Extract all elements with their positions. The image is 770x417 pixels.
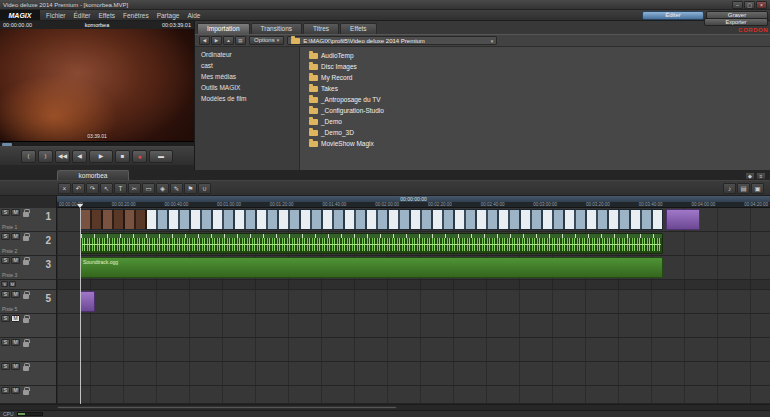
solo-button[interactable]: S bbox=[1, 209, 10, 216]
options-button[interactable]: Options ▾ bbox=[249, 36, 284, 45]
tab-effets[interactable]: Effets bbox=[340, 23, 377, 34]
menu-item-partage[interactable]: Partage bbox=[157, 12, 180, 19]
sidebar-item-mes-medias[interactable]: Mes médias bbox=[195, 71, 299, 82]
menu-item-effets[interactable]: Effets bbox=[99, 12, 116, 19]
lock-icon[interactable] bbox=[23, 294, 29, 299]
track-lane[interactable] bbox=[57, 208, 770, 232]
folder-item[interactable]: AudioTemp bbox=[309, 50, 770, 61]
play-button[interactable]: ▶ bbox=[89, 150, 113, 163]
music-clip[interactable]: Soundtrack.ogg bbox=[80, 257, 663, 278]
mute-button[interactable]: M bbox=[11, 387, 20, 394]
lock-icon[interactable] bbox=[23, 366, 29, 371]
folder-item[interactable]: _Configuration-Studio bbox=[309, 105, 770, 116]
close-button[interactable]: × bbox=[756, 1, 767, 9]
maximize-button[interactable]: ▢ bbox=[744, 1, 755, 9]
title-clip[interactable] bbox=[666, 209, 700, 230]
jump-start-button[interactable]: ◀◀ bbox=[55, 150, 70, 163]
mute-button[interactable]: M bbox=[11, 233, 20, 240]
delete-icon[interactable]: × bbox=[58, 183, 71, 194]
mute-button[interactable]: M bbox=[11, 315, 20, 322]
export-button[interactable]: Exporter bbox=[704, 18, 768, 26]
sidebar-item-cast[interactable]: cast bbox=[195, 60, 299, 71]
folder-item[interactable]: _Demo_3D bbox=[309, 127, 770, 138]
lock-icon[interactable] bbox=[23, 390, 29, 395]
sidebar-item-outils-magix[interactable]: Outils MAGIX bbox=[195, 82, 299, 93]
seek-bar[interactable] bbox=[0, 141, 194, 147]
lock-icon[interactable] bbox=[23, 342, 29, 347]
mute-button[interactable]: M bbox=[11, 291, 20, 298]
menu-item-fenetres[interactable]: Fenêtres bbox=[123, 12, 149, 19]
track-lane[interactable] bbox=[57, 338, 770, 362]
timeline-ruler[interactable]: 00:00:00:00 00:00:00:0000:00:20:0000:00:… bbox=[0, 196, 770, 208]
solo-button[interactable]: S bbox=[1, 363, 10, 370]
tab-titres[interactable]: Titres bbox=[303, 23, 339, 34]
audio-mixer-icon[interactable]: ♪ bbox=[723, 183, 736, 194]
marker-icon[interactable]: ⚑ bbox=[184, 183, 197, 194]
film-icon[interactable]: ▤ bbox=[737, 183, 750, 194]
range-out-button[interactable]: ) bbox=[38, 150, 53, 163]
solo-button[interactable]: S bbox=[1, 257, 10, 264]
edit-mode-button[interactable]: Éditer bbox=[642, 11, 704, 20]
mute-button[interactable]: M bbox=[11, 339, 20, 346]
track-lane[interactable] bbox=[57, 290, 770, 314]
object-icon[interactable]: ▭ bbox=[142, 183, 155, 194]
folder-item[interactable]: Takes bbox=[309, 83, 770, 94]
mute-button[interactable]: M bbox=[11, 257, 20, 264]
video-monitor[interactable]: 03:39.01 bbox=[0, 29, 194, 141]
mute-button[interactable]: M bbox=[11, 209, 20, 216]
text-tool-icon[interactable]: T bbox=[114, 183, 127, 194]
playhead-line[interactable] bbox=[80, 208, 81, 404]
lock-icon[interactable] bbox=[23, 318, 29, 323]
visible-range-bar[interactable]: 00:00:00:00 bbox=[57, 196, 770, 202]
forward-icon[interactable]: ▶ bbox=[211, 36, 222, 45]
minimize-button[interactable]: – bbox=[732, 1, 743, 9]
seek-thumb[interactable] bbox=[2, 143, 12, 146]
lock-icon[interactable] bbox=[23, 212, 29, 217]
range-in-button[interactable]: ( bbox=[21, 150, 36, 163]
solo-button[interactable]: S bbox=[1, 281, 8, 287]
track-lane[interactable] bbox=[57, 232, 770, 256]
menu-item-fichier[interactable]: Fichier bbox=[46, 12, 66, 19]
magnet-icon[interactable]: ∪ bbox=[198, 183, 211, 194]
solo-button[interactable]: S bbox=[1, 233, 10, 240]
lock-icon[interactable] bbox=[23, 236, 29, 241]
path-dropdown[interactable]: E:\MAGIX\profil5\Video deluxe 2014 Premi… bbox=[287, 36, 497, 45]
record-button[interactable]: ● bbox=[132, 150, 147, 163]
solo-button[interactable]: S bbox=[1, 339, 10, 346]
split-icon[interactable]: ✂ bbox=[128, 183, 141, 194]
redo-icon[interactable]: ↷ bbox=[86, 183, 99, 194]
folder-item[interactable]: My Record bbox=[309, 72, 770, 83]
timeline-menu-icon[interactable]: ≡ bbox=[756, 172, 766, 180]
ruler-body[interactable]: 00:00:00:00 00:00:00:0000:00:20:0000:00:… bbox=[57, 196, 770, 208]
project-tab[interactable]: komorbea bbox=[57, 170, 129, 180]
frame-back-button[interactable]: ◀ bbox=[72, 150, 87, 163]
group-icon[interactable]: ◈ bbox=[156, 183, 169, 194]
mute-button[interactable]: M bbox=[9, 281, 16, 287]
solo-button[interactable]: S bbox=[1, 315, 10, 322]
folder-item[interactable]: _Demo bbox=[309, 116, 770, 127]
track-lane[interactable] bbox=[57, 386, 770, 404]
lock-icon[interactable] bbox=[23, 260, 29, 265]
folder-item[interactable]: MovieShow Magix bbox=[309, 138, 770, 149]
folder-item[interactable]: Disc Images bbox=[309, 61, 770, 72]
solo-button[interactable]: S bbox=[1, 291, 10, 298]
folder-item[interactable]: _Antroposage du TV bbox=[309, 94, 770, 105]
up-icon[interactable]: ▲ bbox=[223, 36, 234, 45]
menu-item-aide[interactable]: Aide bbox=[187, 12, 200, 19]
jog-shuttle[interactable]: ▬ bbox=[149, 150, 173, 163]
tab-importation[interactable]: Importation bbox=[197, 23, 250, 34]
scroll-thumb[interactable] bbox=[57, 406, 397, 409]
mute-button[interactable]: M bbox=[11, 363, 20, 370]
stop-button[interactable]: ■ bbox=[115, 150, 130, 163]
menu-item-editer[interactable]: Éditer bbox=[74, 12, 91, 19]
audio-clip[interactable] bbox=[80, 233, 663, 254]
sidebar-item-ordinateur[interactable]: Ordinateur bbox=[195, 49, 299, 60]
undo-icon[interactable]: ↶ bbox=[72, 183, 85, 194]
tab-transitions[interactable]: Transitions bbox=[251, 23, 303, 34]
back-icon[interactable]: ◀ bbox=[199, 36, 210, 45]
solo-button[interactable]: S bbox=[1, 387, 10, 394]
video-clip[interactable] bbox=[80, 209, 663, 230]
draw-icon[interactable]: ✎ bbox=[170, 183, 183, 194]
mouse-mode-icon[interactable]: ↖ bbox=[100, 183, 113, 194]
pin-icon[interactable]: ◆ bbox=[745, 172, 755, 180]
